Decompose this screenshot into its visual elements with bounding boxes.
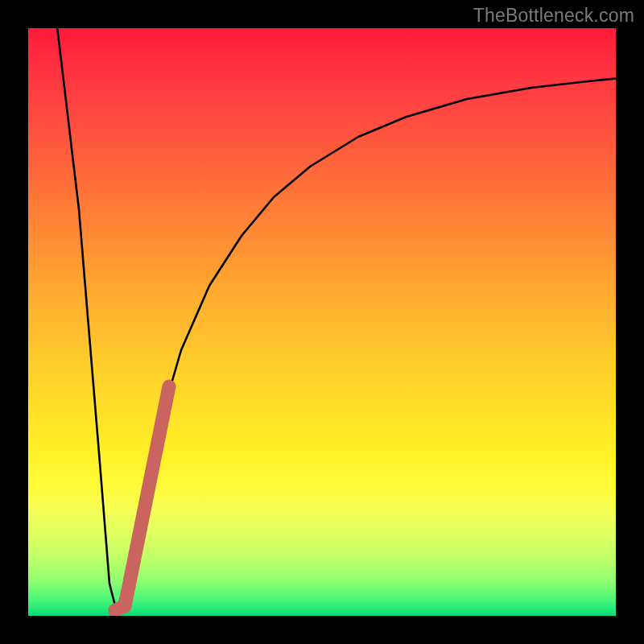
chart-svg: [28, 28, 616, 616]
chart-frame: TheBottleneck.com: [0, 0, 644, 644]
plot-area: [28, 28, 616, 616]
marker-segment: [115, 386, 169, 610]
watermark-text: TheBottleneck.com: [473, 5, 634, 27]
